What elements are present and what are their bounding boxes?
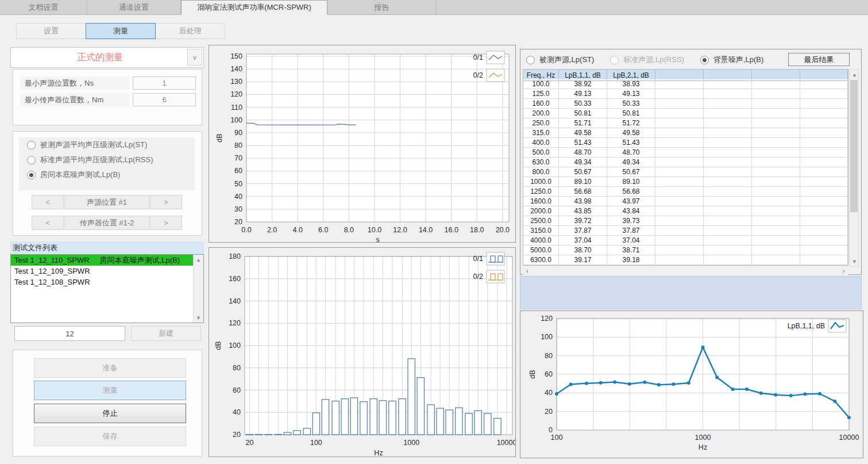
- table-cell: [752, 226, 800, 236]
- table-cell: 49.34: [607, 158, 655, 167]
- table-cell: 50.81: [607, 109, 655, 118]
- svg-text:80: 80: [234, 141, 242, 149]
- action-button-4[interactable]: 保存: [34, 427, 186, 446]
- table-cell: [800, 236, 848, 246]
- tab-2[interactable]: 通道设置: [87, 0, 181, 15]
- table-cell: [800, 109, 848, 118]
- position-label-button[interactable]: 传声器位置 #1-2: [64, 216, 149, 230]
- radio-icon[interactable]: [610, 56, 619, 64]
- table-row[interactable]: 4000.037.0437.04: [523, 236, 848, 246]
- param-value-input[interactable]: 6: [133, 93, 196, 106]
- scroll-down-icon[interactable]: ▼: [850, 256, 859, 266]
- file-name: Test 1_12_110_SPWR: [14, 256, 90, 264]
- next-button[interactable]: >: [150, 195, 182, 209]
- position-label-button[interactable]: 声源位置 #1: [64, 195, 149, 209]
- list-item[interactable]: Test 1_12_109_SPWR: [11, 266, 203, 277]
- prev-button[interactable]: <: [32, 216, 64, 230]
- table-horizontal-scrollbar[interactable]: ‹ ›: [523, 267, 848, 275]
- radio-icon[interactable]: [27, 171, 36, 179]
- table-row[interactable]: 100.038.9238.93: [523, 79, 848, 89]
- table-row[interactable]: 1600.043.9843.97: [523, 197, 848, 206]
- table-cell: [752, 89, 800, 99]
- table-row[interactable]: 1250.056.6856.68: [523, 187, 848, 197]
- test-file-list[interactable]: Test 1_12_110_SPWR房间本底噪声测试,Lp(B)Test 1_1…: [10, 254, 204, 323]
- table-cell: [800, 187, 848, 197]
- action-button-1[interactable]: 准备: [34, 358, 186, 378]
- table-row[interactable]: 800.050.6750.67: [523, 167, 848, 177]
- scroll-left-icon[interactable]: ‹: [523, 267, 532, 275]
- svg-text:40: 40: [233, 408, 241, 416]
- table-row[interactable]: 160.050.3350.33: [523, 99, 848, 109]
- prev-button[interactable]: <: [32, 195, 64, 209]
- table-row[interactable]: 125.049.1349.13: [523, 89, 848, 99]
- table-cell: [800, 216, 848, 226]
- sub-tab-1[interactable]: 设置: [16, 23, 86, 39]
- list-item[interactable]: Test 1_12_108_SPWR: [11, 277, 203, 287]
- result-radio-1[interactable]: 被测声源,Lp(ST): [526, 55, 594, 65]
- table-cell: [752, 99, 800, 109]
- scrollbar-thumb[interactable]: [850, 80, 858, 212]
- param-value-input[interactable]: 1: [133, 76, 196, 90]
- radio-label: 背景噪声,Lp(B): [713, 55, 763, 65]
- new-file-button[interactable]: 新建: [131, 326, 201, 341]
- table-row[interactable]: 6300.039.1739.18: [523, 255, 848, 265]
- table-cell: [752, 138, 800, 148]
- svg-text:100: 100: [310, 439, 322, 447]
- svg-text:dB: dB: [215, 133, 223, 142]
- table-cell: [800, 148, 848, 158]
- table-row[interactable]: 2500.039.7239.73: [523, 216, 848, 226]
- scroll-up-icon[interactable]: ▲: [850, 70, 859, 79]
- action-button-2[interactable]: 测量: [34, 381, 186, 400]
- scroll-up-icon[interactable]: ▲: [194, 255, 203, 264]
- svg-text:0: 0: [549, 426, 553, 434]
- sub-tab-2[interactable]: 测量: [86, 23, 156, 39]
- table-row[interactable]: 200.050.8150.81: [523, 109, 848, 118]
- table-row[interactable]: 5000.038.7038.71: [523, 246, 848, 255]
- time-history-chart-panel: 20304050607080901001101201301401500.02.0…: [209, 45, 516, 243]
- svg-text:100: 100: [229, 342, 241, 350]
- test-radio-1[interactable]: 被测声源平均声压级测试,Lp(ST): [19, 137, 195, 152]
- file-count-button[interactable]: 12: [14, 326, 125, 341]
- chevron-down-icon[interactable]: ∨: [187, 49, 202, 66]
- result-line-chart-panel: 020406080100120100100010000dBHzLpB,1,1, …: [520, 310, 863, 458]
- table-vertical-scrollbar[interactable]: ▲ ▼: [849, 69, 859, 267]
- table-cell: [752, 246, 800, 255]
- action-button-3[interactable]: 停止: [34, 404, 186, 423]
- table-row[interactable]: 2000.043.8543.84: [523, 206, 848, 216]
- radio-icon[interactable]: [700, 56, 709, 64]
- result-radio-2[interactable]: 标准声源,Lp(RSS): [610, 55, 684, 65]
- scroll-right-icon[interactable]: ›: [839, 267, 848, 275]
- radio-icon[interactable]: [526, 56, 535, 64]
- result-radio-3[interactable]: 背景噪声,Lp(B): [700, 55, 763, 65]
- svg-text:70: 70: [234, 154, 242, 162]
- table-cell: 2000.0: [523, 206, 559, 216]
- table-row[interactable]: 1000.089.1089.10: [523, 177, 848, 187]
- table-row[interactable]: 500.048.7048.70: [523, 148, 848, 158]
- final-result-button[interactable]: 最后结果: [788, 53, 850, 66]
- table-cell: [752, 177, 800, 187]
- tab-3[interactable]: 混响室法测试声功率(MCR-SPWR): [181, 0, 327, 15]
- table-row[interactable]: 400.051.4351.43: [523, 138, 848, 148]
- list-item[interactable]: Test 1_12_110_SPWR房间本底噪声测试,Lp(B): [11, 255, 203, 266]
- sub-tab-3[interactable]: 后处理: [155, 23, 225, 39]
- svg-text:20: 20: [545, 408, 553, 416]
- measurement-mode-dropdown[interactable]: 正式的测量 ∨: [10, 47, 204, 68]
- table-row[interactable]: 250.051.7151.72: [523, 118, 848, 128]
- radio-label: 被测声源平均声压级测试,Lp(ST): [40, 140, 147, 150]
- scroll-down-icon[interactable]: ▼: [194, 313, 203, 323]
- test-radio-2[interactable]: 标准声源平均声压级测试,Lp(RSS): [19, 152, 195, 167]
- table-row[interactable]: 3150.037.8737.87: [523, 226, 848, 236]
- svg-text:100: 100: [230, 116, 242, 124]
- table-row[interactable]: 630.049.3449.34: [523, 158, 848, 167]
- next-button[interactable]: >: [150, 216, 182, 230]
- radio-icon[interactable]: [27, 156, 36, 164]
- tab-4[interactable]: 报告: [327, 0, 437, 15]
- radio-label: 标准声源,Lp(RSS): [623, 55, 684, 65]
- radio-icon[interactable]: [27, 141, 36, 149]
- test-radio-3[interactable]: 房间本底噪声测试,Lp(B): [19, 167, 195, 182]
- file-list-scrollbar[interactable]: ▲ ▼: [193, 255, 203, 323]
- tab-1[interactable]: 文档设置: [0, 0, 87, 15]
- table-cell: [655, 158, 704, 167]
- table-row[interactable]: 315.049.5849.58: [523, 128, 848, 138]
- svg-text:150: 150: [230, 52, 242, 60]
